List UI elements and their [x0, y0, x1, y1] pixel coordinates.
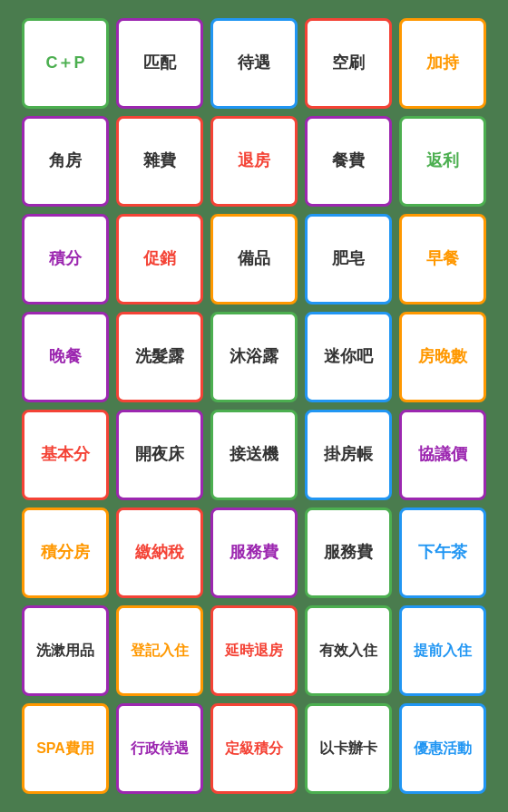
- tag-label: 以卡: [319, 740, 348, 759]
- tag-item-31[interactable]: 登記入住: [116, 605, 203, 696]
- tag-item-21[interactable]: 開夜床: [116, 410, 203, 500]
- tag-item-28[interactable]: 服務費: [305, 508, 392, 598]
- tag-label: 行政: [131, 740, 160, 759]
- tag-item-9[interactable]: 返利: [399, 116, 486, 207]
- tag-label: 積分房: [41, 542, 90, 563]
- tag-item-29[interactable]: 下午茶: [399, 508, 486, 598]
- tag-item-19[interactable]: 房晚數: [399, 312, 486, 402]
- tag-item-15[interactable]: 晚餐: [22, 312, 109, 402]
- tag-label: 角房: [49, 150, 82, 171]
- tag-item-16[interactable]: 洗髮露: [116, 312, 203, 402]
- tag-label: 備品: [238, 248, 270, 269]
- tag-label: 肥皂: [332, 248, 365, 269]
- tag-item-14[interactable]: 早餐: [399, 214, 486, 304]
- tag-item-5[interactable]: 角房: [22, 116, 109, 207]
- tag-label: 入住: [160, 642, 189, 661]
- tag-label: 繳納稅: [135, 542, 184, 563]
- tag-label: C＋P: [45, 53, 84, 73]
- tag-item-36[interactable]: 行政待遇: [116, 703, 203, 794]
- tag-label: 晚餐: [49, 346, 82, 367]
- tag-label: 沐浴露: [230, 346, 278, 367]
- tag-label: 返利: [426, 150, 459, 171]
- tag-label: 雜費: [143, 150, 176, 171]
- tag-label: 餐費: [332, 150, 365, 171]
- tag-label: 延時: [225, 642, 254, 661]
- tag-label: 退房: [254, 642, 283, 661]
- tag-item-4[interactable]: 加持: [399, 18, 486, 109]
- tag-item-0[interactable]: C＋P: [22, 18, 109, 109]
- tag-item-7[interactable]: 退房: [210, 116, 298, 207]
- tag-grid: C＋P匹配待遇空刷加持角房雜費退房餐費返利積分促銷備品肥皂早餐晚餐洗髮露沐浴露迷…: [7, 4, 501, 808]
- tag-label: 待遇: [160, 740, 189, 759]
- tag-item-25[interactable]: 積分房: [22, 508, 109, 598]
- tag-item-22[interactable]: 接送機: [210, 410, 298, 500]
- tag-label: 入住: [348, 642, 377, 661]
- tag-item-26[interactable]: 繳納稅: [116, 508, 203, 598]
- tag-item-20[interactable]: 基本分: [22, 410, 109, 500]
- tag-item-27[interactable]: 服務費: [210, 508, 298, 598]
- tag-label: 下午茶: [418, 542, 467, 563]
- tag-label: 空刷: [332, 53, 365, 73]
- tag-label: 協議價: [418, 444, 467, 465]
- tag-label: 優惠: [414, 740, 443, 759]
- tag-label: 積分: [254, 740, 283, 759]
- tag-item-13[interactable]: 肥皂: [305, 214, 392, 304]
- tag-label: 開夜床: [135, 444, 184, 465]
- tag-item-2[interactable]: 待遇: [210, 18, 298, 109]
- tag-label: 入住: [443, 642, 472, 661]
- tag-label: 活動: [443, 740, 472, 759]
- tag-label: 登記: [131, 642, 160, 661]
- tag-item-3[interactable]: 空刷: [305, 18, 392, 109]
- tag-label: 加持: [426, 53, 459, 73]
- tag-item-30[interactable]: 洗漱用品: [22, 605, 109, 696]
- tag-item-11[interactable]: 促銷: [116, 214, 203, 304]
- tag-item-12[interactable]: 備品: [210, 214, 298, 304]
- tag-item-24[interactable]: 協議價: [399, 410, 486, 500]
- tag-label: 基本分: [41, 444, 90, 465]
- tag-label: 洗漱: [36, 642, 65, 661]
- tag-label: 服務費: [230, 542, 278, 563]
- tag-label: 迷你吧: [324, 346, 373, 367]
- tag-label: 待遇: [238, 53, 270, 73]
- tag-item-37[interactable]: 定級積分: [210, 703, 298, 794]
- tag-label: 接送機: [230, 444, 278, 465]
- tag-item-18[interactable]: 迷你吧: [305, 312, 392, 402]
- tag-item-1[interactable]: 匹配: [116, 18, 203, 109]
- tag-label: 定級: [225, 740, 254, 759]
- tag-label: 服務費: [324, 542, 373, 563]
- tag-label: 房晚數: [418, 346, 467, 367]
- tag-item-10[interactable]: 積分: [22, 214, 109, 304]
- tag-item-33[interactable]: 有效入住: [305, 605, 392, 696]
- tag-label: 提前: [414, 642, 443, 661]
- tag-label: 促銷: [143, 248, 176, 269]
- tag-item-39[interactable]: 優惠活動: [399, 703, 486, 794]
- tag-item-38[interactable]: 以卡辦卡: [305, 703, 392, 794]
- tag-label: 積分: [49, 248, 82, 269]
- tag-item-8[interactable]: 餐費: [305, 116, 392, 207]
- tag-label: 辦卡: [348, 740, 377, 759]
- tag-item-23[interactable]: 掛房帳: [305, 410, 392, 500]
- tag-item-34[interactable]: 提前入住: [399, 605, 486, 696]
- tag-label: SPA: [36, 740, 65, 759]
- tag-label: 費用: [65, 740, 94, 759]
- tag-label: 退房: [238, 150, 270, 171]
- tag-label: 洗髮露: [135, 346, 184, 367]
- tag-label: 掛房帳: [324, 444, 373, 465]
- tag-label: 用品: [65, 642, 94, 661]
- tag-label: 匹配: [143, 53, 176, 73]
- tag-label: 有效: [319, 642, 348, 661]
- tag-label: 早餐: [426, 248, 459, 269]
- tag-item-35[interactable]: SPA費用: [22, 703, 109, 794]
- tag-item-6[interactable]: 雜費: [116, 116, 203, 207]
- tag-item-32[interactable]: 延時退房: [210, 605, 298, 696]
- tag-item-17[interactable]: 沐浴露: [210, 312, 298, 402]
